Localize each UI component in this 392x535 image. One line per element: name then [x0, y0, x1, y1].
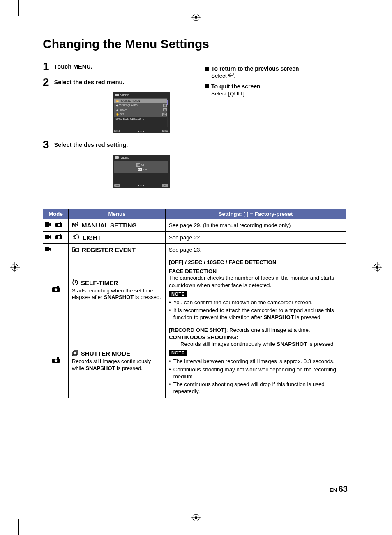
- ss-set-button: SET: [114, 130, 120, 132]
- note-list: The interval between recording still ima…: [169, 358, 342, 395]
- settings-cell: See page 23.: [166, 244, 346, 256]
- continuous-title: CONTINUOUS SHOOTING:: [169, 334, 342, 340]
- still-mode-icon: [52, 357, 60, 364]
- steps-column: 1 Touch MENU. 2 Select the desired menu.…: [43, 61, 195, 193]
- ss-note: IMAGE BLURRED NEED TO: [113, 117, 170, 120]
- table-row: SHUTTER MODE Records still images contin…: [43, 324, 346, 398]
- ss-header: VIDEO: [113, 155, 170, 161]
- svg-rect-20: [45, 222, 49, 227]
- crop-mark: [0, 507, 16, 507]
- settings-cell: See page 29. (In the manual recording mo…: [166, 219, 346, 232]
- ss-row: ✋DISON: [114, 112, 168, 116]
- svg-marker-21: [49, 222, 51, 227]
- svg-point-24: [58, 224, 60, 226]
- settings-cell: [OFF] / 2SEC / 10SEC / FACE DETECTION FA…: [166, 256, 346, 324]
- menu-description: Records still images continuously while …: [72, 358, 162, 372]
- page-content: Changing the Menu Settings 1 Touch MENU.…: [43, 37, 346, 398]
- crop-mark: [361, 0, 361, 18]
- menu-name: SHUTTER MODE: [72, 350, 162, 357]
- menu-name: M MANUAL SETTING: [72, 222, 162, 229]
- ss-row: ▲ZOOM▢: [114, 107, 168, 112]
- svg-point-37: [54, 289, 57, 292]
- continuous-body: Records still images continuously while …: [169, 340, 342, 347]
- table-row: REGISTER EVENT See page 23.: [43, 244, 346, 256]
- menu-name: REGISTER EVENT: [72, 246, 162, 253]
- still-mode-icon: [55, 234, 62, 241]
- registration-target-icon: [191, 513, 201, 523]
- note-return: To return to the previous screen: [205, 65, 344, 72]
- return-icon: [228, 73, 234, 79]
- ss-set-button: SET: [114, 184, 120, 187]
- svg-marker-27: [49, 235, 51, 239]
- menu-description: Starts recording when the set time elaps…: [72, 287, 162, 301]
- note-quit: To quit the screen: [205, 83, 344, 90]
- menu-name: LIGHT: [72, 234, 162, 241]
- step-text: Select the desired menu.: [54, 76, 125, 86]
- th-mode: Mode: [43, 209, 69, 219]
- ss-row: 📂REGISTER EVENT: [114, 99, 168, 103]
- ss-header: VIDEO: [113, 92, 170, 98]
- step-text: Select the desired setting.: [54, 139, 128, 148]
- crop-mark: [23, 0, 23, 18]
- video-mode-icon: [115, 156, 119, 160]
- ss-title: VIDEO: [120, 94, 129, 97]
- settings-options: [OFF] / 2SEC / 10SEC / FACE DETECTION: [169, 259, 342, 266]
- table-row: LIGHT See page 22.: [43, 232, 346, 244]
- ss-list: 📂REGISTER EVENT ◀VIDEO QUALITY▢ ▲ZOOM▢ ✋…: [114, 98, 168, 117]
- note-list: You can confirm the countdown on the cam…: [169, 299, 342, 321]
- registration-target-icon: [10, 262, 20, 272]
- video-mode-icon: [115, 93, 119, 97]
- svg-point-30: [58, 236, 60, 239]
- svg-point-3: [195, 16, 197, 19]
- settings-cell: See page 22.: [166, 232, 346, 244]
- svg-rect-18: [115, 156, 118, 159]
- ss-scrollbar: [167, 98, 168, 127]
- svg-point-31: [75, 235, 79, 239]
- svg-marker-19: [118, 156, 119, 159]
- crop-mark: [365, 0, 365, 16]
- step-3: 3 Select the desired setting.: [43, 139, 195, 151]
- video-mode-icon: [45, 234, 51, 241]
- svg-rect-34: [74, 249, 76, 251]
- table-row: SELF-TIMER Starts recording when the set…: [43, 256, 346, 324]
- step-number: 1: [43, 61, 49, 72]
- face-detection-title: FACE DETECTION: [169, 268, 342, 274]
- ss-title: VIDEO: [120, 156, 129, 159]
- svg-point-11: [14, 266, 16, 269]
- crop-mark: [0, 512, 14, 512]
- svg-marker-17: [118, 94, 119, 96]
- light-icon: [72, 234, 80, 241]
- square-bullet-icon: [205, 84, 209, 88]
- table-row: M MANUAL SETTING See page 29. (In the ma…: [43, 219, 346, 232]
- svg-rect-16: [115, 94, 118, 96]
- crop-mark: [0, 23, 14, 23]
- page-title: Changing the Menu Settings: [43, 37, 346, 51]
- crop-mark: [0, 28, 16, 28]
- registration-target-icon: [372, 262, 382, 272]
- ss-option-off: ▢ OFF: [114, 162, 168, 167]
- svg-rect-32: [45, 247, 49, 251]
- manual-icon: M: [72, 222, 79, 229]
- still-mode-icon: [52, 286, 60, 293]
- step-2: 2 Select the desired menu.: [43, 76, 195, 88]
- ss-row: ◀VIDEO QUALITY▢: [114, 103, 168, 107]
- folder-icon: [72, 246, 79, 253]
- face-detection-body: The camcorder checks the number of faces…: [169, 274, 342, 289]
- page-number: EN 63: [330, 484, 348, 494]
- menu-screenshot-2: VIDEO ▢ OFF • ON ON SET ◀ ↔ ▶: [113, 155, 170, 188]
- timer-icon: [72, 279, 78, 287]
- ss-quit-button: QUIT: [162, 130, 168, 132]
- menu-name: SELF-TIMER: [72, 279, 162, 287]
- still-mode-icon: [55, 222, 62, 228]
- record-one-shot: [RECORD ONE SHOT]: Records one still ima…: [169, 327, 342, 334]
- svg-point-15: [376, 266, 378, 269]
- svg-point-7: [195, 516, 197, 519]
- svg-rect-29: [60, 234, 61, 236]
- svg-point-41: [54, 359, 57, 362]
- note-body: Select .: [205, 73, 344, 79]
- step-text: Touch MENU.: [54, 61, 92, 70]
- svg-text:M: M: [72, 222, 76, 227]
- note-badge: NOTE: [169, 291, 187, 297]
- note-heading: To quit the screen: [211, 83, 261, 90]
- settings-table: Mode Menus Settings: [ ] = Factory-prese…: [43, 209, 346, 398]
